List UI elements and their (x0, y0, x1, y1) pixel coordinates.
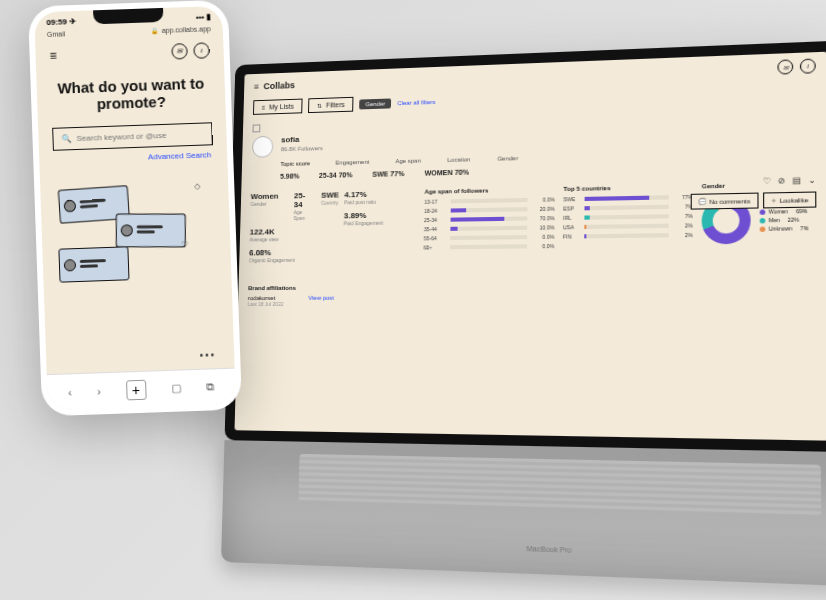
phone-notch (93, 8, 163, 24)
phone-mockup: 09:59 ✈ ••• ▮ Gmail 🔒 app.collabs.app ≡ … (28, 0, 242, 416)
country-bar-track (584, 233, 668, 238)
legend-value: 69% (796, 208, 807, 215)
chevron-down-icon[interactable]: ⌄ (808, 175, 816, 185)
country-bar (584, 215, 590, 219)
note-icon[interactable]: ▤ (792, 176, 801, 186)
country-code: SWE (563, 196, 580, 203)
country-code: ESP (563, 205, 580, 212)
legend-label: Women (769, 208, 788, 215)
age-pct: 0.0% (531, 234, 554, 240)
age-pct: 0.0% (532, 196, 555, 203)
laptop-label: MacBook Pro (526, 545, 571, 554)
laptop-keyboard: MacBook Pro (221, 440, 826, 588)
app-logo[interactable]: ≡ Collabs (254, 80, 295, 91)
country-code: USA (563, 224, 580, 230)
legend-item: Unknown 7% (760, 225, 809, 232)
country-pct: 7% (673, 213, 693, 220)
search-input[interactable] (76, 130, 203, 143)
country-bar (584, 225, 586, 229)
info-icon[interactable]: i (193, 42, 210, 59)
copy-icon[interactable]: ⧉ (206, 380, 214, 393)
diamond-icon: ◇ (194, 182, 200, 191)
clear-filters-link[interactable]: Clear all filters (397, 98, 435, 105)
country-row: ESP 7% (563, 203, 693, 211)
no-comments-button[interactable]: 💬 No comments (690, 193, 758, 210)
mail-icon[interactable]: ✉ (171, 43, 188, 60)
forward-icon[interactable]: › (97, 385, 101, 397)
stat-country: SWE 77% (372, 170, 404, 178)
lookalike-label: Lookalike (780, 196, 809, 203)
hide-icon[interactable]: ⊘ (778, 176, 786, 186)
age-row: 35-44 10.0% (424, 224, 555, 232)
heart-icon[interactable]: ♡ (763, 176, 771, 186)
view-post-link[interactable]: View post (308, 295, 334, 307)
mail-icon[interactable]: ✉ (777, 59, 793, 74)
age-label: 18-24 (424, 208, 447, 214)
tab-gender[interactable]: Gender (497, 155, 518, 162)
new-tab-button[interactable]: + (126, 379, 147, 400)
heart-icon: ♡ (181, 240, 188, 249)
menu-icon[interactable]: ≡ (254, 82, 259, 92)
filter-icon: ⇅ (317, 102, 322, 109)
age-bar-track (450, 226, 527, 231)
stat-gender: WOMEN 70% (424, 169, 469, 177)
country-row: FIN 2% (563, 232, 693, 240)
profile-name[interactable]: sofia (281, 134, 323, 144)
logo-text: Collabs (263, 80, 295, 91)
country-bar (584, 234, 586, 238)
more-icon[interactable]: ••• (199, 349, 216, 361)
lookalike-button[interactable]: ✧ Lookalike (763, 191, 817, 208)
tab-location[interactable]: Location (447, 156, 470, 163)
summary-country-label: Country (321, 199, 339, 205)
age-bar-track (450, 244, 527, 249)
country-row: USA 2% (563, 222, 693, 230)
comment-icon: 💬 (698, 198, 706, 206)
brand-aff-header: Brand affiliations (248, 285, 334, 291)
advanced-search-link[interactable]: Advanced Search (39, 145, 228, 180)
age-pct: 10.0% (531, 224, 554, 231)
my-lists-button[interactable]: ≡ My Lists (253, 99, 303, 115)
age-pct: 70.0% (531, 215, 554, 222)
age-bar-track (451, 216, 528, 221)
age-label: 55-64 (424, 235, 447, 241)
avatar[interactable] (252, 136, 274, 158)
stat-age: 25-34 70% (319, 171, 353, 179)
paid-ratio-label: Paid post ratio (344, 198, 416, 205)
legend-label: Unknown (769, 225, 793, 232)
age-label: 25-34 (424, 217, 447, 223)
legend-label: Men (769, 217, 780, 224)
tabs-icon[interactable]: ▢ (171, 381, 181, 394)
filters-button[interactable]: ⇅ Filters (308, 97, 354, 113)
stat-engagement: 5.98% (280, 172, 299, 179)
legend-item: Men 22% (760, 216, 809, 223)
country-pct: 2% (673, 222, 693, 229)
age-pct: 0.0% (531, 243, 554, 249)
legend-value: 22% (788, 216, 799, 223)
status-net: Gmail (47, 30, 66, 38)
page-title: What do you want to promote? (36, 68, 226, 129)
summary-country: SWE (321, 190, 339, 199)
country-row: IRL 7% (563, 213, 693, 221)
no-comments-label: No comments (709, 198, 750, 205)
tab-age-span[interactable]: Age span (395, 158, 421, 165)
country-bar-track (584, 224, 668, 229)
menu-icon[interactable]: ≡ (49, 49, 56, 63)
tab-topic-score[interactable]: Topic score (280, 160, 310, 167)
filter-chip-gender[interactable]: Gender (359, 98, 391, 109)
illustration-card (116, 213, 186, 247)
age-bar (450, 227, 458, 231)
age-label: 13-17 (424, 198, 447, 204)
age-bar-track (450, 235, 527, 240)
tab-engagement[interactable]: Engagement (336, 159, 370, 166)
avg-view-label: Average view (249, 235, 335, 242)
age-chart-title: Age span of followers (424, 186, 555, 195)
back-icon[interactable]: ‹ (68, 386, 72, 398)
search-icon: 🔍 (61, 134, 71, 143)
summary-age: 25-34 (294, 191, 306, 209)
sparkle-icon: ✧ (771, 197, 777, 205)
laptop-mockup: ≡ Collabs ✉ i ≡ My Lists ⇅ Filters Gende… (220, 38, 826, 600)
country-pct: 2% (673, 232, 693, 239)
app-window: ≡ Collabs ✉ i ≡ My Lists ⇅ Filters Gende… (234, 52, 826, 441)
info-icon[interactable]: i (800, 58, 816, 73)
countries-chart-title: Top 5 countries (563, 183, 693, 192)
